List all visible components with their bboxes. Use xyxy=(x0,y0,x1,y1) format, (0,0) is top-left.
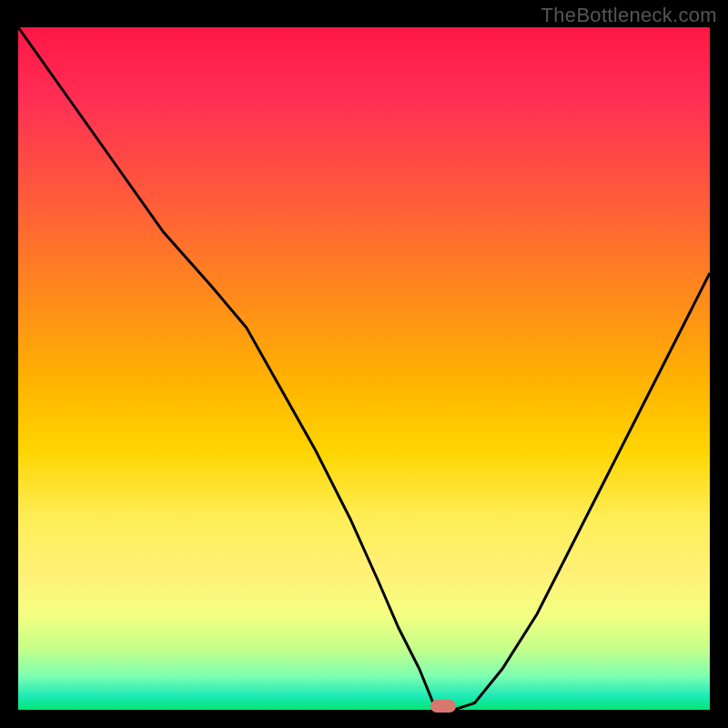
plot-area xyxy=(18,27,710,710)
curve-svg xyxy=(18,27,710,710)
watermark-text: TheBottleneck.com xyxy=(541,4,717,27)
chart-frame: TheBottleneck.com xyxy=(0,0,728,728)
optimum-marker xyxy=(430,700,456,713)
bottleneck-curve xyxy=(18,27,710,710)
